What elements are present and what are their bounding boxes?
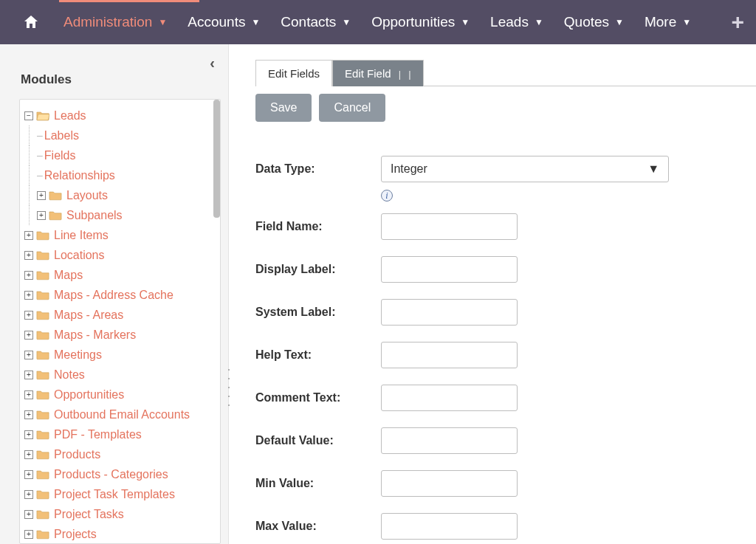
quick-create-button[interactable]: + (731, 10, 749, 35)
home-button[interactable] (22, 13, 53, 31)
nav-label: More (645, 14, 676, 30)
tree-expand-icon[interactable]: + (24, 291, 33, 300)
save-button[interactable]: Save (255, 94, 312, 122)
folder-icon (36, 289, 49, 300)
tree-expand-icon[interactable]: + (24, 251, 33, 260)
folder-icon (49, 210, 62, 221)
tab-label: Edit Field (345, 67, 391, 80)
folder-icon (36, 349, 49, 360)
nav-label: Quotes (564, 14, 609, 30)
sidebar-collapse-toggle[interactable]: ‹ (210, 55, 215, 72)
tree-expand-icon[interactable]: + (24, 271, 33, 280)
folder-icon (36, 309, 49, 320)
folder-icon (36, 449, 49, 460)
folder-icon (36, 389, 49, 400)
tree-expand-icon[interactable]: + (24, 530, 33, 539)
tree-expand-icon[interactable]: + (24, 331, 33, 340)
tab-bar: Edit Fields Edit Field | | (255, 59, 756, 86)
tree-node[interactable]: Maps - Markers (54, 325, 136, 345)
form-input[interactable] (381, 299, 518, 326)
home-icon (22, 13, 40, 31)
tree-expand-icon[interactable]: + (37, 211, 46, 220)
tab-edit-fields[interactable]: Edit Fields (255, 60, 332, 86)
form-input[interactable] (381, 256, 518, 283)
tree-node[interactable]: Maps - Areas (54, 305, 123, 325)
nav-opportunities[interactable]: Opportunities ▼ (361, 0, 480, 44)
caret-down-icon: ▼ (682, 17, 691, 27)
form-input[interactable] (381, 470, 518, 497)
tree-node[interactable]: Projects (54, 524, 97, 544)
nav-label: Leads (490, 14, 529, 30)
tree-node[interactable]: Relationships (44, 165, 115, 185)
tree-expand-icon[interactable]: + (24, 430, 33, 439)
tree-node[interactable]: Products (54, 444, 100, 464)
tree-expand-icon[interactable]: + (24, 450, 33, 459)
tab-label: Edit Fields (268, 67, 320, 80)
tree-node[interactable]: Locations (54, 245, 105, 265)
tree-node[interactable]: Meetings (54, 345, 102, 365)
tree-expand-icon[interactable]: + (24, 351, 33, 359)
top-navigation: Administration ▼ Accounts ▼ Contacts ▼ O… (0, 0, 756, 44)
tree-node[interactable]: Fields (44, 145, 76, 165)
tree-node[interactable]: Notes (54, 365, 85, 385)
form-label: Min Value: (255, 477, 381, 490)
form-input[interactable] (381, 213, 518, 240)
folder-icon (36, 509, 49, 520)
tree-node[interactable]: Project Task Templates (54, 484, 175, 504)
tree-node[interactable]: Project Tasks (54, 504, 124, 524)
tree-expand-icon[interactable]: + (24, 490, 33, 499)
tree-expand-icon[interactable]: + (37, 191, 46, 200)
form-input[interactable] (381, 513, 518, 540)
tree-node[interactable]: Opportunities (54, 385, 124, 404)
tree-node[interactable]: Outbound Email Accounts (54, 404, 190, 424)
folder-icon (36, 429, 49, 440)
form-label: Field Name: (255, 220, 381, 233)
folder-icon (36, 528, 49, 540)
sidebar-resize-handle[interactable] (224, 365, 233, 410)
form-input[interactable] (381, 427, 518, 454)
nav-more[interactable]: More ▼ (634, 0, 701, 44)
form-label: Display Label: (255, 263, 381, 276)
tree-expand-icon[interactable]: + (24, 470, 33, 479)
cancel-button[interactable]: Cancel (319, 94, 385, 122)
tab-edit-field[interactable]: Edit Field | | (332, 60, 424, 86)
tree-node-leads[interactable]: Leads (54, 106, 86, 125)
tree-expand-icon[interactable]: + (24, 410, 33, 419)
folder-icon (49, 190, 62, 201)
form-input[interactable] (381, 342, 518, 368)
tree-node[interactable]: Products - Categories (54, 464, 168, 484)
folder-icon (36, 329, 49, 340)
nav-label: Administration (63, 14, 152, 30)
caret-down-icon: ▼ (342, 17, 351, 27)
tree-expand-icon[interactable]: + (24, 390, 33, 399)
tree-node[interactable]: Labels (44, 125, 79, 145)
folder-icon (36, 469, 49, 480)
tree-expand-icon[interactable]: + (24, 231, 33, 240)
tree-node[interactable]: Subpanels (66, 205, 123, 225)
tree-expand-icon[interactable]: + (24, 311, 33, 320)
info-icon[interactable]: i (381, 188, 756, 202)
tree-expand-icon[interactable]: + (24, 371, 33, 379)
tree-node[interactable]: Layouts (66, 185, 108, 205)
tree-node[interactable]: PDF - Templates (54, 424, 142, 444)
tree-node[interactable]: Maps - Address Cache (54, 285, 173, 305)
data-type-select[interactable]: Integer ▼ (381, 156, 669, 182)
tree-node[interactable]: Line Items (54, 225, 109, 245)
folder-icon (36, 489, 49, 500)
sidebar-title: Modules (0, 44, 228, 99)
nav-administration[interactable]: Administration ▼ (53, 0, 177, 44)
divider: | (408, 69, 410, 80)
folder-icon (36, 269, 49, 280)
tree-collapse-icon[interactable]: − (24, 111, 33, 120)
nav-label: Opportunities (371, 14, 455, 30)
nav-quotes[interactable]: Quotes ▼ (554, 0, 634, 44)
form-input[interactable] (381, 385, 518, 411)
active-nav-indicator (59, 0, 199, 2)
tree-expand-icon[interactable]: + (24, 510, 33, 519)
caret-down-icon: ▼ (535, 17, 543, 27)
nav-accounts[interactable]: Accounts ▼ (177, 0, 270, 44)
tree-node[interactable]: Maps (54, 265, 83, 285)
nav-contacts[interactable]: Contacts ▼ (270, 0, 361, 44)
nav-leads[interactable]: Leads ▼ (480, 0, 554, 44)
scrollbar-thumb[interactable] (213, 100, 220, 218)
